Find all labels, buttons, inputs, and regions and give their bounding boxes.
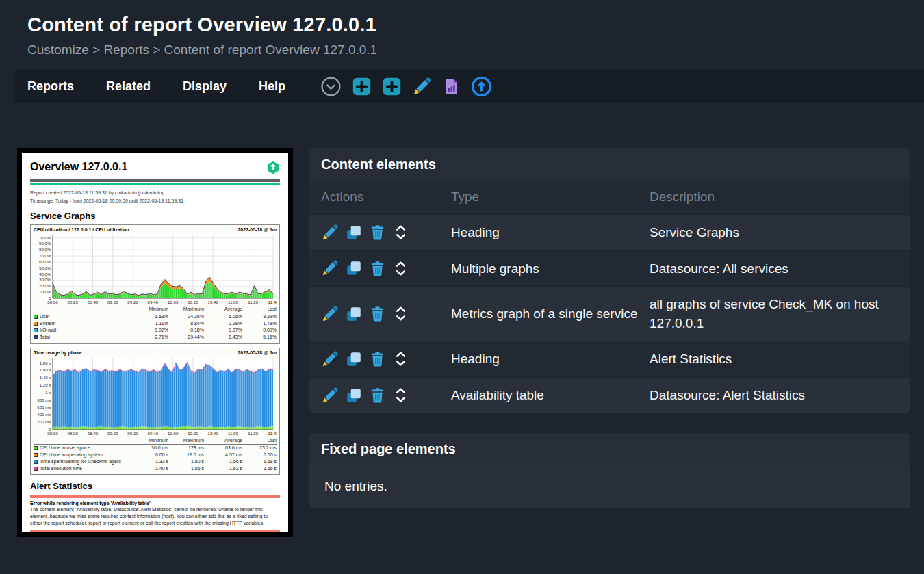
svg-text:09:00: 09:00 (107, 431, 118, 436)
edit-icon[interactable] (412, 77, 432, 96)
report-preview-thumbnail[interactable]: Overview 127.0.0.1 Report created 2022-0… (17, 148, 293, 537)
move-down-icon[interactable] (396, 270, 406, 276)
delete-icon[interactable] (369, 260, 386, 277)
edit-icon[interactable] (321, 259, 339, 277)
menu-help[interactable]: Help (259, 79, 285, 94)
svg-text:100%: 100% (40, 235, 51, 239)
move-up-icon[interactable] (396, 261, 406, 268)
add-element-icon-2[interactable] (382, 77, 402, 96)
svg-text:09:20: 09:20 (127, 300, 138, 304)
svg-text:80.0%: 80.0% (39, 247, 51, 252)
content-elements-panel: Content elements Actions Type Descriptio… (309, 148, 910, 413)
upload-arrow-icon[interactable] (471, 76, 492, 97)
cpu-utilization-legend: MinimumMaximumAverageLastUser1.53%24.38%… (32, 306, 278, 342)
menu-display[interactable]: Display (183, 79, 227, 94)
svg-text:90.0%: 90.0% (39, 241, 51, 246)
legend-row: CPU time in user space30.0 ms128 ms63.6 … (34, 445, 277, 452)
svg-text:50.0%: 50.0% (39, 265, 51, 270)
edit-icon[interactable] (321, 305, 339, 323)
svg-text:20.0%: 20.0% (39, 283, 51, 288)
row-type: Multiple graphs (451, 259, 650, 278)
svg-text:08:20: 08:20 (68, 431, 79, 436)
legend-row: CPU time in operating system0.00 s19.0 m… (34, 452, 277, 458)
content-row-3: Metrics graph of a single service all gr… (309, 286, 910, 341)
svg-text:800 ms: 800 ms (37, 397, 51, 402)
error-bar-bottom (30, 530, 280, 532)
svg-text:11:40: 11:40 (268, 300, 277, 304)
svg-text:60.0%: 60.0% (39, 259, 51, 264)
legend-row: Total execution time1.40 s1.86 s1.63 s1.… (34, 465, 277, 472)
legend-header: MinimumMaximumAverageLast (34, 306, 277, 313)
graph-timestamp: 2022-05-18 @ 1m (238, 227, 277, 232)
svg-text:600 ms: 600 ms (37, 404, 51, 409)
move-up-icon[interactable] (396, 387, 406, 394)
content-row-5: Availability table Datasource: Alert Sta… (309, 377, 910, 413)
menu-related[interactable]: Related (106, 79, 151, 94)
legend-color-chip (34, 315, 38, 319)
report-section-heading-1: Service Graphs (30, 211, 280, 221)
svg-text:40.0%: 40.0% (39, 271, 51, 276)
breadcrumb[interactable]: Customize > Reports > Content of report … (27, 42, 924, 57)
svg-text:1 s: 1 s (45, 389, 51, 394)
clone-icon[interactable] (345, 224, 363, 242)
delete-icon[interactable] (369, 224, 386, 241)
row-type: Heading (451, 350, 650, 369)
svg-text:11:20: 11:20 (248, 300, 259, 304)
col-type: Type (451, 190, 650, 205)
report-title-rule (30, 179, 280, 185)
clone-icon[interactable] (345, 387, 363, 404)
svg-text:10:00: 10:00 (168, 431, 179, 436)
delete-icon[interactable] (369, 305, 386, 322)
svg-text:10.0%: 10.0% (39, 289, 51, 294)
checkmk-logo-icon (266, 161, 280, 174)
chevron-down-circle-icon[interactable] (320, 76, 342, 97)
move-down-icon[interactable] (396, 315, 406, 322)
report-page: Overview 127.0.0.1 Report created 2022-0… (22, 153, 288, 532)
time-usage-plot: 1.80 s1.60 s1.40 s1.20 s1 s800 ms600 ms4… (32, 356, 278, 437)
row-description: all graphs of service Check_MK on host 1… (650, 295, 899, 332)
svg-text:1.80 s: 1.80 s (40, 360, 51, 365)
clone-icon[interactable] (345, 350, 363, 368)
svg-text:08:40: 08:40 (88, 300, 99, 304)
delete-icon[interactable] (369, 350, 386, 367)
add-element-icon[interactable] (352, 77, 372, 96)
edit-icon[interactable] (321, 387, 339, 404)
edit-icon[interactable] (321, 350, 339, 368)
menu-reports[interactable]: Reports (27, 79, 74, 94)
error-body: The content element "Availability table,… (30, 506, 280, 526)
svg-text:10:00: 10:00 (168, 300, 179, 304)
delete-icon[interactable] (369, 387, 386, 404)
edit-icon[interactable] (321, 224, 339, 242)
move-down-icon[interactable] (396, 360, 406, 367)
content-row-4: Heading Alert Statistics (309, 341, 910, 377)
svg-text:10:40: 10:40 (207, 300, 218, 304)
svg-text:08:20: 08:20 (68, 300, 79, 304)
legend-row: System1.11%8.84%2.29%1.78% (34, 320, 277, 327)
clone-icon[interactable] (345, 259, 363, 277)
time-usage-graph: Time usage by phase 2022-05-18 @ 1m 1.80… (30, 348, 280, 475)
fixed-page-elements-title: Fixed page elements (309, 433, 910, 465)
svg-text:11:00: 11:00 (228, 300, 239, 304)
clone-icon[interactable] (345, 305, 363, 323)
panels-column: Content elements Actions Type Descriptio… (309, 148, 910, 508)
legend-color-chip (34, 446, 38, 450)
svg-text:30.0%: 30.0% (39, 277, 51, 282)
svg-text:09:00: 09:00 (107, 300, 118, 304)
row-type: Availability table (451, 386, 650, 405)
report-document-icon[interactable] (442, 77, 461, 96)
graph-timestamp: 2022-05-18 @ 1m (238, 350, 277, 355)
report-created-line: Report created 2022-05-18 11:59:31 by cm… (30, 190, 280, 196)
svg-text:09:40: 09:40 (148, 300, 159, 304)
move-controls (396, 306, 406, 322)
move-up-icon[interactable] (396, 306, 406, 313)
move-up-icon[interactable] (396, 351, 406, 358)
move-up-icon[interactable] (396, 224, 406, 231)
content-elements-header: Actions Type Description (309, 180, 910, 214)
svg-text:1.60 s: 1.60 s (40, 367, 51, 372)
time-usage-legend: MinimumMaximumAverageLastCPU time in use… (32, 437, 278, 473)
svg-text:08:00: 08:00 (47, 300, 58, 304)
legend-color-chip (34, 322, 38, 326)
move-down-icon[interactable] (396, 233, 406, 240)
move-down-icon[interactable] (396, 396, 406, 403)
svg-text:10:20: 10:20 (188, 431, 198, 436)
